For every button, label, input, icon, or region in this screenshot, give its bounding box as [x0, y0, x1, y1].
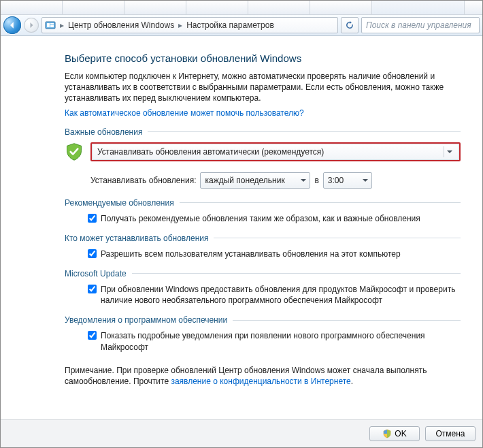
chevron-right-icon: ▸	[60, 20, 64, 30]
chevron-down-icon	[362, 177, 369, 184]
group-recommended: Рекомендуемые обновления Получать рекоме…	[65, 198, 461, 224]
tab[interactable]	[186, 1, 248, 14]
divider	[148, 131, 461, 132]
lead-text: Если компьютер подключен к Интернету, мо…	[65, 71, 461, 104]
schedule-day-value: каждый понедельник	[205, 176, 284, 185]
notify-checkbox-row[interactable]: Показать подробные уведомления при появл…	[88, 330, 461, 352]
update-mode-select[interactable]: Устанавливать обновления автоматически (…	[90, 142, 461, 161]
tab[interactable]	[63, 1, 124, 14]
shield-check-icon	[65, 142, 84, 161]
help-link[interactable]: Как автоматическое обновление может помо…	[65, 108, 304, 118]
schedule-label: Устанавливать обновления:	[90, 176, 196, 185]
breadcrumb-page[interactable]: Настройка параметров	[186, 20, 274, 30]
msupdate-checkbox[interactable]	[88, 285, 97, 293]
schedule-time-value: 3:00	[328, 176, 344, 185]
recommended-checkbox-row[interactable]: Получать рекомендуемые обновления таким …	[88, 213, 461, 224]
window-tabstrip	[1, 1, 482, 15]
ok-button[interactable]: OK	[369, 426, 420, 441]
tab[interactable]	[248, 1, 310, 14]
group-legend: Рекомендуемые обновления	[65, 198, 174, 208]
search-placeholder: Поиск в панели управления	[366, 20, 471, 30]
control-panel-icon	[45, 20, 56, 31]
msupdate-checkbox-row[interactable]: При обновлении Windows предоставить обно…	[88, 284, 461, 306]
recommended-checkbox-label: Получать рекомендуемые обновления таким …	[101, 213, 420, 224]
privacy-note: Примечание. При проверке обновлений Цент…	[65, 365, 461, 388]
who-checkbox[interactable]	[88, 249, 97, 258]
recommended-checkbox[interactable]	[88, 214, 97, 223]
breadcrumb-root[interactable]: Центр обновления Windows	[68, 20, 174, 30]
cancel-button[interactable]: Отмена	[425, 426, 476, 441]
divider	[214, 238, 461, 238]
privacy-link[interactable]: заявление о конфиденциальности в Интерне…	[171, 377, 350, 386]
explorer-navbar: ▸ Центр обновления Windows ▸ Настройка п…	[1, 15, 482, 36]
who-checkbox-label: Разрешить всем пользователям устанавлива…	[101, 249, 401, 259]
schedule-time-select[interactable]: 3:00	[323, 172, 372, 189]
back-button[interactable]	[3, 16, 21, 34]
search-input[interactable]: Поиск в панели управления	[361, 17, 480, 33]
breadcrumb[interactable]: ▸ Центр обновления Windows ▸ Настройка п…	[41, 17, 338, 33]
group-msupdate: Microsoft Update При обновлении Windows …	[65, 269, 461, 306]
tab[interactable]	[124, 1, 186, 14]
note-suffix: .	[351, 377, 353, 386]
forward-button[interactable]	[24, 18, 39, 33]
group-legend: Важные обновления	[65, 127, 142, 137]
dialog-footer: OK Отмена	[1, 419, 482, 447]
schedule-at-label: в	[314, 176, 318, 185]
svg-rect-1	[47, 23, 50, 27]
refresh-button[interactable]	[341, 17, 359, 33]
chevron-right-icon: ▸	[178, 20, 182, 30]
tab[interactable]	[1, 1, 63, 14]
svg-rect-2	[50, 23, 54, 25]
msupdate-checkbox-label: При обновлении Windows предоставить обно…	[101, 284, 461, 306]
group-legend: Кто может устанавливать обновления	[65, 234, 208, 243]
who-checkbox-row[interactable]: Разрешить всем пользователям устанавлива…	[88, 249, 461, 259]
ok-label: OK	[395, 429, 406, 438]
uac-shield-icon	[382, 429, 392, 438]
group-notify: Уведомления о программном обеспечении По…	[65, 315, 461, 352]
svg-rect-3	[50, 25, 54, 27]
notify-checkbox-label: Показать подробные уведомления при появл…	[101, 330, 461, 352]
divider	[233, 320, 461, 321]
schedule-day-select[interactable]: каждый понедельник	[200, 172, 310, 189]
chevron-down-icon	[444, 146, 455, 157]
tab[interactable]	[310, 1, 372, 14]
chevron-down-icon	[300, 177, 307, 184]
notify-checkbox[interactable]	[88, 331, 97, 340]
group-who: Кто может устанавливать обновления Разре…	[65, 234, 461, 259]
content-area: Выберите способ установки обновлений Win…	[1, 36, 482, 420]
group-important: Важные обновления Устанавливать обновлен…	[65, 127, 461, 189]
update-mode-value: Устанавливать обновления автоматически (…	[97, 147, 324, 157]
page-title: Выберите способ установки обновлений Win…	[65, 52, 461, 64]
cancel-label: Отмена	[435, 429, 465, 438]
group-legend: Microsoft Update	[65, 269, 127, 278]
divider	[180, 202, 461, 203]
group-legend: Уведомления о программном обеспечении	[65, 315, 227, 325]
divider	[132, 273, 461, 274]
minimize-hint[interactable]	[464, 1, 482, 14]
